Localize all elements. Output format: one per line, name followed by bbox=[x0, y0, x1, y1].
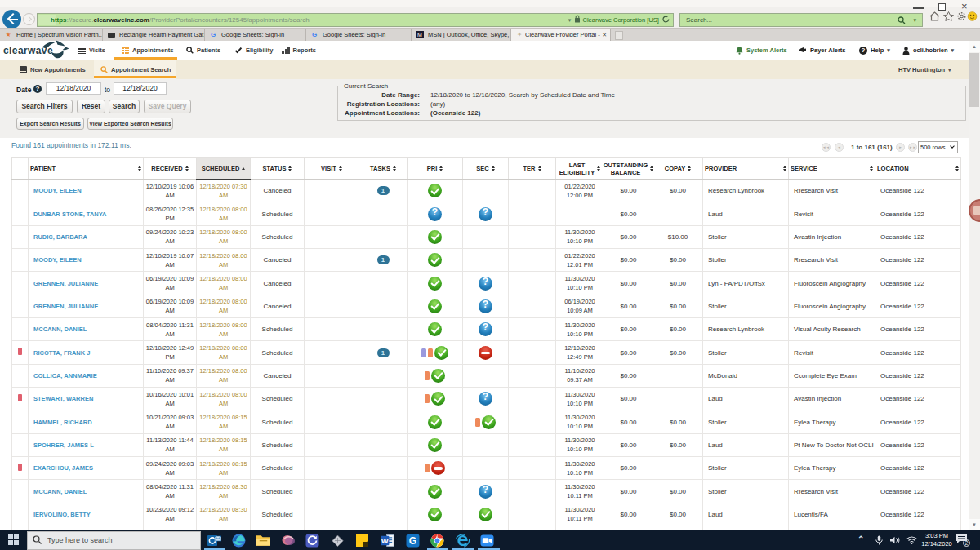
svg-text:W: W bbox=[381, 536, 389, 545]
svg-text:G: G bbox=[409, 535, 416, 547]
svg-text:2: 2 bbox=[964, 539, 968, 547]
